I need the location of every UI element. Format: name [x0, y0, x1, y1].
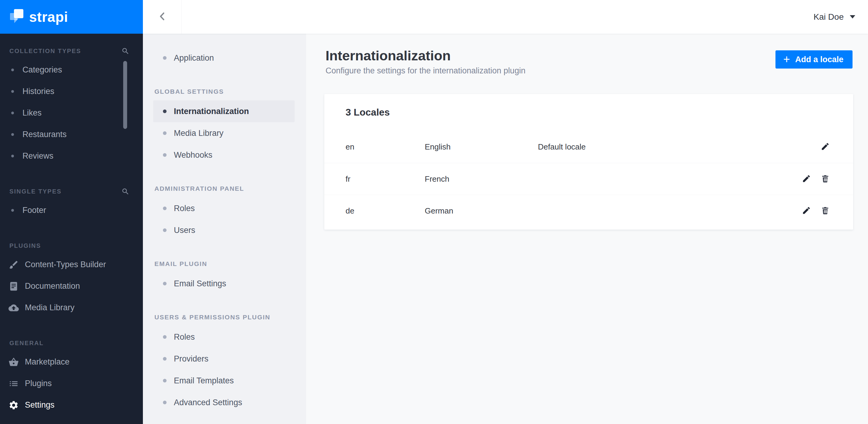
search-icon[interactable]: [121, 47, 129, 55]
sidebar-item-reviews[interactable]: Reviews: [0, 145, 143, 167]
section-header: SINGLE TYPES: [0, 187, 143, 196]
subnav-item-label: Roles: [174, 332, 195, 342]
brand-name: strapi: [29, 9, 68, 25]
edit-locale-button[interactable]: [801, 174, 812, 184]
user-menu[interactable]: Kai Doe: [813, 12, 868, 22]
row-actions: [801, 206, 830, 216]
subnav-item-providers[interactable]: Providers: [143, 348, 306, 370]
sidebar-item-label: Restaurants: [23, 130, 67, 139]
subnav-section-label: USERS & PERMISSIONS PLUGIN: [154, 314, 270, 321]
sidebar-item-documentation[interactable]: Documentation: [0, 275, 143, 297]
subnav-section-users-permissions: USERS & PERMISSIONS PLUGIN Roles Provide…: [143, 313, 306, 413]
edit-locale-button[interactable]: [820, 142, 830, 152]
subnav-item-label: Application: [174, 54, 214, 63]
subnav-section-email-plugin: EMAIL PLUGIN Email Settings: [143, 259, 306, 294]
pencil-icon: [802, 174, 811, 184]
main-content: Internationalization Configure the setti…: [306, 34, 868, 424]
sidebar-item-footer[interactable]: Footer: [0, 200, 143, 221]
subnav-item-up-roles[interactable]: Roles: [143, 326, 306, 348]
locale-default-badge: Default locale: [538, 142, 820, 152]
sidebar-item-label: Footer: [23, 206, 46, 215]
bullet-icon: [163, 109, 166, 113]
sidebar-item-label: Content-Types Builder: [25, 260, 106, 269]
edit-locale-button[interactable]: [801, 206, 812, 216]
app-window: strapi COLLECTION TYPES Categories: [0, 0, 868, 424]
section-header: PLUGINS: [0, 241, 143, 250]
subnav-item-email-settings[interactable]: Email Settings: [143, 273, 306, 294]
sidebar-item-plugins[interactable]: Plugins: [0, 373, 143, 394]
trash-icon: [821, 206, 830, 216]
locales-heading: 3 Locales: [324, 105, 853, 119]
sidebar-nav: COLLECTION TYPES Categories Histories L: [0, 34, 143, 416]
basket-icon: [8, 357, 19, 367]
sidebar-item-label: Marketplace: [25, 357, 69, 367]
sidebar-item-marketplace[interactable]: Marketplace: [0, 351, 143, 373]
caret-down-icon: [850, 15, 855, 19]
sidebar-item-label: Categories: [23, 65, 62, 75]
delete-locale-button[interactable]: [820, 174, 830, 184]
trash-icon: [821, 174, 830, 184]
section-label: GENERAL: [9, 340, 44, 347]
bullet-icon: [11, 133, 14, 136]
bullet-icon: [11, 155, 14, 157]
subnav-item-label: Internationalization: [174, 107, 249, 116]
cloud-upload-icon: [8, 303, 19, 313]
subnav-item-advanced-settings[interactable]: Advanced Settings: [143, 392, 306, 413]
subnav-section-label: GLOBAL SETTINGS: [154, 88, 224, 95]
bullet-icon: [163, 379, 166, 383]
locale-name: English: [425, 142, 538, 152]
sidebar-item-label: Likes: [23, 108, 41, 118]
add-locale-button[interactable]: + Add a locale: [775, 50, 852, 69]
section-label: COLLECTION TYPES: [9, 47, 81, 55]
delete-locale-button[interactable]: [820, 206, 830, 216]
page-title: Internationalization: [326, 48, 852, 64]
subnav-section-header: ADMINISTRATION PANEL: [143, 184, 306, 193]
sidebar-item-content-types-builder[interactable]: Content-Types Builder: [0, 254, 143, 275]
pencil-icon: [802, 206, 811, 216]
sidebar-item-label: Reviews: [23, 151, 53, 161]
subnav-item-media-library[interactable]: Media Library: [143, 122, 306, 144]
sidebar-item-label: Media Library: [25, 303, 74, 313]
subnav-section-label: EMAIL PLUGIN: [154, 260, 207, 267]
subnav-item-internationalization[interactable]: Internationalization: [153, 100, 294, 122]
subnav-item-admin-roles[interactable]: Roles: [143, 197, 306, 219]
sidebar-item-restaurants[interactable]: Restaurants: [0, 124, 143, 145]
bullet-icon: [163, 206, 166, 210]
section-label: PLUGINS: [9, 242, 41, 249]
subnav-section-header: USERS & PERMISSIONS PLUGIN: [143, 313, 306, 322]
subnav-item-label: Email Templates: [174, 376, 234, 386]
sidebar-item-settings[interactable]: Settings: [0, 394, 143, 416]
locales-card: 3 Locales en English Default locale fr F…: [324, 94, 853, 230]
section-header: GENERAL: [0, 338, 143, 348]
strapi-logo[interactable]: strapi: [0, 0, 143, 34]
section-general: GENERAL Marketplace Plugins: [0, 338, 143, 416]
bullet-icon: [163, 357, 166, 361]
bullet-icon: [163, 335, 166, 339]
subnav-item-label: Media Library: [174, 129, 224, 138]
locale-name: German: [425, 206, 538, 216]
chevron-left-icon: [158, 11, 167, 23]
main-sidebar: strapi COLLECTION TYPES Categories: [0, 0, 143, 424]
subnav-item-admin-users[interactable]: Users: [143, 219, 306, 241]
subnav-item-webhooks[interactable]: Webhooks: [143, 144, 306, 166]
sidebar-item-likes[interactable]: Likes: [0, 102, 143, 124]
settings-subnav: Application GLOBAL SETTINGS Internationa…: [143, 34, 306, 424]
subnav-item-email-templates[interactable]: Email Templates: [143, 370, 306, 392]
locale-name: French: [425, 174, 538, 184]
sidebar-item-media-library[interactable]: Media Library: [0, 297, 143, 319]
page-subtitle: Configure the settings for the internati…: [326, 66, 852, 75]
back-button[interactable]: [143, 0, 182, 34]
sidebar-item-categories[interactable]: Categories: [0, 59, 143, 81]
locale-row-en: en English Default locale: [324, 131, 853, 163]
bullet-icon: [11, 69, 14, 71]
subnav-item-application[interactable]: Application: [143, 47, 306, 69]
locale-code: en: [346, 142, 425, 152]
gear-icon: [8, 400, 19, 410]
section-header: COLLECTION TYPES: [0, 46, 143, 56]
bullet-icon: [11, 90, 14, 93]
sidebar-item-histories[interactable]: Histories: [0, 81, 143, 102]
sidebar-item-label: Histories: [23, 87, 54, 96]
locale-row-de: de German: [324, 195, 853, 227]
sidebar-scrollbar[interactable]: [123, 61, 127, 129]
search-icon[interactable]: [121, 188, 129, 196]
